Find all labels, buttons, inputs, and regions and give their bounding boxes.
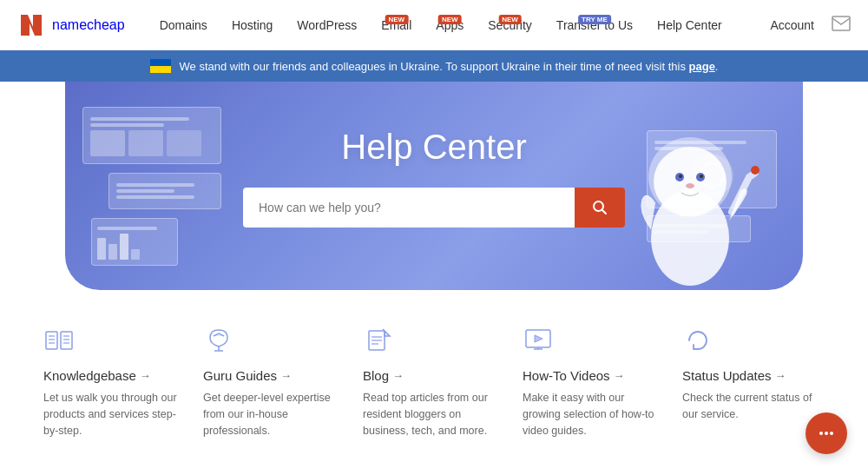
svg-point-3: [648, 137, 732, 217]
svg-point-7: [700, 175, 703, 178]
guru-guides-desc: Get deeper-level expertise from our in-h…: [203, 390, 337, 439]
nav-item-wordpress[interactable]: WordPress: [286, 11, 367, 39]
hero-title: Help Center: [341, 128, 526, 167]
screen-mockup-1: [82, 107, 221, 164]
logo-link[interactable]: namecheap: [17, 11, 125, 39]
svg-point-30: [819, 432, 823, 435]
svg-point-6: [679, 175, 682, 178]
status-updates-icon: [682, 325, 713, 356]
status-updates-title[interactable]: Status Updates →: [682, 368, 816, 383]
hero-left-screens: [65, 82, 326, 290]
nav-item-security[interactable]: NEW Security: [477, 11, 542, 39]
knowledgebase-desc: Let us walk you through our products and…: [43, 390, 177, 439]
screen-mockup-3: [91, 218, 178, 266]
nav-item-apps[interactable]: NEW Apps: [425, 11, 474, 39]
nav-item-domains[interactable]: Domains: [149, 11, 218, 39]
status-updates-desc: Check the current status of our service.: [682, 390, 816, 423]
chat-icon: [817, 424, 836, 443]
ukraine-flag: [150, 59, 171, 73]
card-guru-guides: Guru Guides → Get deeper-level expertise…: [194, 316, 354, 447]
screen-mockup-2: [108, 173, 221, 209]
apps-badge: NEW: [438, 15, 462, 24]
search-bar: [243, 188, 625, 228]
search-icon: [592, 200, 608, 215]
svg-point-32: [830, 432, 833, 435]
svg-rect-0: [832, 16, 850, 30]
guru-guides-title[interactable]: Guru Guides →: [203, 368, 337, 383]
blog-icon: [363, 325, 394, 356]
hero-section: Help Center: [65, 82, 803, 290]
search-button[interactable]: [575, 188, 625, 228]
logo-text: namecheap: [52, 17, 125, 33]
yeti-character: [621, 99, 760, 290]
transfer-badge: TRY ME: [578, 15, 611, 24]
svg-marker-27: [535, 335, 542, 342]
blog-title[interactable]: Blog →: [363, 368, 496, 383]
nav-item-transfer[interactable]: TRY ME Transfer to Us: [546, 11, 643, 39]
knowledgebase-icon: [43, 325, 75, 356]
nav-item-hosting[interactable]: Hosting: [221, 11, 283, 39]
nav-links: Domains Hosting WordPress NEW Email NEW …: [149, 11, 760, 39]
cards-section: Knowledgebase → Let us walk you through …: [0, 290, 868, 473]
svg-line-11: [602, 209, 607, 214]
chat-button[interactable]: [806, 412, 847, 454]
svg-rect-13: [61, 332, 72, 349]
ukraine-page-link[interactable]: page: [689, 60, 715, 73]
ukraine-banner: We stand with our friends and colleagues…: [0, 50, 868, 82]
search-input[interactable]: [243, 188, 575, 228]
security-badge: NEW: [498, 15, 522, 24]
blog-desc: Read top articles from our resident blog…: [363, 390, 496, 439]
nav-right: Account: [760, 11, 851, 39]
card-blog: Blog → Read top articles from our reside…: [354, 316, 514, 447]
knowledgebase-title[interactable]: Knowledgebase →: [43, 368, 177, 383]
svg-point-8: [686, 183, 694, 188]
banner-text: We stand with our friends and colleagues…: [180, 60, 719, 73]
svg-point-31: [825, 432, 828, 435]
how-to-videos-title[interactable]: How-To Videos →: [523, 368, 656, 383]
nav-item-help[interactable]: Help Center: [647, 11, 733, 39]
mail-icon[interactable]: [832, 16, 851, 35]
how-to-videos-desc: Make it easy with our growing selection …: [523, 390, 656, 439]
card-knowledgebase: Knowledgebase → Let us walk you through …: [35, 316, 194, 447]
how-to-videos-icon: [523, 325, 554, 356]
nav-item-email[interactable]: NEW Email: [371, 11, 422, 39]
main-nav: namecheap Domains Hosting WordPress NEW …: [0, 0, 868, 50]
email-badge: NEW: [385, 15, 408, 24]
svg-rect-12: [46, 332, 57, 349]
nav-item-account[interactable]: Account: [760, 11, 825, 39]
card-how-to-videos: How-To Videos → Make it easy with our gr…: [514, 316, 674, 447]
svg-point-9: [751, 166, 760, 175]
guru-guides-icon: [203, 325, 234, 356]
